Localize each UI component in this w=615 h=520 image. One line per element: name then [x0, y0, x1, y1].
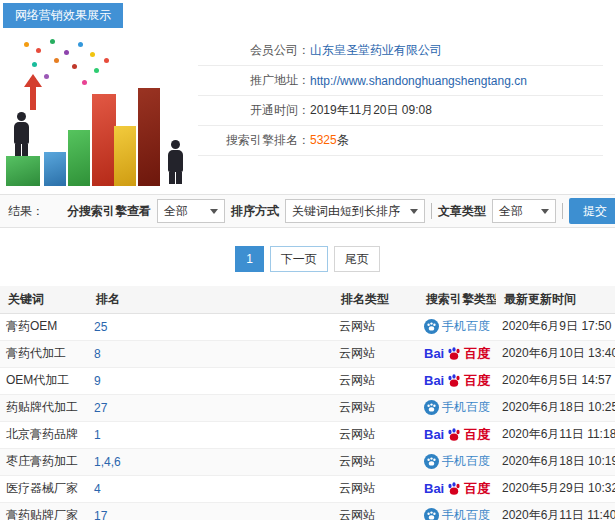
promo-url-label: 推广地址： [198, 72, 310, 89]
column-header-updated: 最新更新时间 [496, 286, 615, 313]
rank-type-cell: 云网站 [333, 475, 418, 502]
rank-link[interactable]: 27 [94, 401, 107, 415]
engine-cell: Bai 百度 [418, 502, 496, 520]
businessman-right [164, 140, 186, 184]
mobile-paw-icon [424, 319, 439, 334]
keyword-text: 膏药OEM [6, 319, 57, 333]
page-button-current[interactable]: 1 [235, 246, 264, 272]
keyword-cell: OEM代加工 [0, 367, 88, 394]
column-header-rank-type: 排名类型 [333, 286, 418, 313]
engine-filter-select[interactable]: 全部 [157, 199, 225, 223]
keyword-text: 北京膏药品牌 [6, 427, 78, 441]
table-row: 膏药OEM 25 云网站 Bai 百度 [0, 313, 615, 340]
window-title-tab: 网络营销效果展示 [3, 3, 123, 28]
last-page-button[interactable]: 尾页 [334, 246, 380, 272]
rank-type-text: 云网站 [339, 400, 375, 414]
baidu-logo-du: 百度 [464, 480, 490, 498]
updated-cell: 2020年5月29日 10:32 [496, 475, 615, 502]
submit-button[interactable]: 提交 [569, 198, 615, 224]
rank-type-text: 云网站 [339, 508, 375, 520]
result-label: 结果： [8, 203, 44, 220]
rank-cell: 9 [88, 367, 333, 394]
company-link[interactable]: 山东皇圣堂药业有限公司 [310, 42, 442, 59]
table-header-row: 关键词 排名 排名类型 搜索引擎类型 最新更新时间 [0, 286, 615, 313]
updated-cell: 2020年6月5日 14:57 [496, 367, 615, 394]
table-row: 北京膏药品牌 1 云网站 Bai 百度 [0, 421, 615, 448]
baidu-logo-icon: Bai 百度 [424, 372, 490, 390]
filter-controls: 分搜索引擎查看 全部 排序方式 关键词由短到长排序 文章类型 全部 提交 [67, 198, 615, 224]
open-time-value: 2019年11月20日 09:08 [310, 102, 432, 119]
engine-rank-suffix: 条 [337, 133, 349, 147]
mobile-paw-icon [424, 454, 439, 469]
engine-cell: Bai 百度 [418, 448, 496, 475]
divider [562, 203, 563, 219]
rank-link[interactable]: 1 [94, 428, 101, 442]
rank-type-text: 云网站 [339, 481, 375, 495]
keyword-text: 药贴牌代加工 [6, 400, 78, 414]
keyword-cell: 北京膏药品牌 [0, 421, 88, 448]
updated-cell: 2020年6月10日 13:40 [496, 340, 615, 367]
mobile-baidu-label: 手机百度 [442, 453, 490, 470]
keyword-text: 膏药代加工 [6, 346, 66, 360]
sort-filter-select[interactable]: 关键词由短到长排序 [285, 199, 425, 223]
chevron-down-icon [541, 209, 549, 218]
rank-link[interactable]: 9 [94, 374, 101, 388]
engine-filter-label: 分搜索引擎查看 [67, 203, 151, 220]
table-row: 膏药贴牌厂家 17 云网站 Bai 百度 [0, 502, 615, 520]
bar-red [92, 94, 116, 186]
mobile-baidu-label: 手机百度 [442, 507, 490, 520]
engine-rank-label: 搜索引擎排名： [198, 132, 310, 149]
filter-bar: 结果： 分搜索引擎查看 全部 排序方式 关键词由短到长排序 文章类型 全部 提交 [0, 194, 615, 228]
article-type-value: 全部 [499, 203, 523, 220]
updated-text: 2020年6月11日 11:40 [502, 508, 615, 520]
next-page-button[interactable]: 下一页 [270, 246, 328, 272]
engine-cell: Bai 百度 [418, 340, 496, 367]
sort-filter-value: 关键词由短到长排序 [292, 203, 400, 220]
engine-filter-value: 全部 [164, 203, 188, 220]
baidu-logo-icon: Bai 百度 [424, 345, 490, 363]
businessman-left [10, 112, 32, 156]
rank-link[interactable]: 4 [94, 482, 101, 496]
updated-text: 2020年5月29日 10:32 [502, 481, 615, 495]
baidu-logo-du: 百度 [464, 426, 490, 444]
baidu-logo-bai: Bai [424, 346, 444, 361]
rank-link[interactable]: 17 [94, 509, 107, 520]
rank-type-cell: 云网站 [333, 448, 418, 475]
results-table-body: 膏药OEM 25 云网站 Bai 百度 [0, 313, 615, 520]
engine-cell: Bai 百度 [418, 367, 496, 394]
updated-text: 2020年6月11日 11:18 [502, 427, 615, 441]
confetti-dots [24, 42, 29, 47]
rank-link[interactable]: 25 [94, 320, 107, 334]
mobile-paw-icon [424, 400, 439, 415]
table-row: 枣庄膏药加工 1,4,6 云网站 Bai 百度 [0, 448, 615, 475]
rank-link[interactable]: 1,4,6 [94, 455, 121, 469]
rank-type-text: 云网站 [339, 346, 375, 360]
mobile-baidu-icon: 手机百度 [424, 399, 490, 416]
open-time-label: 开通时间： [198, 102, 310, 119]
updated-cell: 2020年6月11日 11:18 [496, 421, 615, 448]
rank-link[interactable]: 8 [94, 347, 101, 361]
mobile-baidu-icon: 手机百度 [424, 507, 490, 520]
promo-url-link[interactable]: http://www.shandonghuangshengtang.cn [310, 74, 527, 88]
engine-cell: Bai 百度 [418, 421, 496, 448]
table-row: 膏药代加工 8 云网站 Bai 百度 [0, 340, 615, 367]
baidu-logo-bai: Bai [424, 373, 444, 388]
keyword-cell: 药贴牌代加工 [0, 394, 88, 421]
article-type-label: 文章类型 [438, 203, 486, 220]
updated-cell: 2020年6月9日 17:50 [496, 313, 615, 340]
rank-type-cell: 云网站 [333, 421, 418, 448]
sort-filter-label: 排序方式 [231, 203, 279, 220]
bar-maroon [138, 88, 160, 186]
engine-cell: Bai 百度 [418, 394, 496, 421]
engine-cell: Bai 百度 [418, 475, 496, 502]
table-row: OEM代加工 9 云网站 Bai 百度 [0, 367, 615, 394]
mobile-baidu-icon: 手机百度 [424, 453, 490, 470]
baidu-paw-icon [447, 481, 461, 496]
article-type-select[interactable]: 全部 [492, 199, 556, 223]
rank-cell: 17 [88, 502, 333, 520]
keyword-text: 医疗器械厂家 [6, 481, 78, 495]
column-header-keyword: 关键词 [0, 286, 88, 313]
baidu-paw-icon [447, 346, 461, 361]
bar-green-platform [6, 156, 40, 186]
updated-text: 2020年6月18日 10:25 [502, 400, 615, 414]
